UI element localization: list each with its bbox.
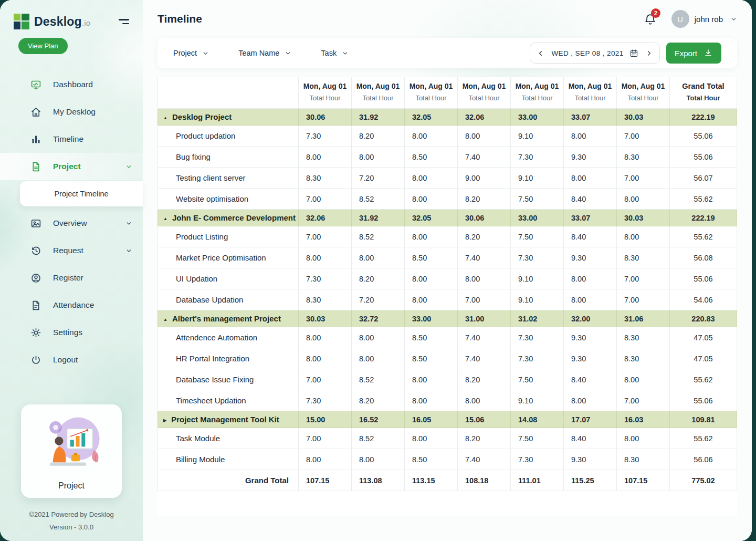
task-hours-cell: 7.30: [511, 327, 564, 348]
overview-icon: [30, 217, 41, 229]
task-hours-cell: 8.30: [617, 247, 670, 268]
day-header-subtitle: Total Hour: [460, 94, 508, 102]
collapse-triangle-icon[interactable]: ▲: [163, 317, 167, 322]
timeline-table-card: Mon, Aug 01Total HourMon, Aug 01Total Ho…: [158, 77, 737, 516]
group-grand-total-cell: 222.19: [670, 109, 737, 126]
task-hours-cell: 8.00: [352, 449, 405, 470]
date-display[interactable]: WED , SEP 08 , 2021: [551, 49, 623, 57]
timeline-table-body: ▲Desklog Project30.0631.9232.0532.0633.0…: [158, 109, 737, 470]
group-day-total-cell: 30.03: [299, 310, 352, 327]
group-day-total-cell: 32.06: [299, 210, 352, 226]
day-header-date: Mon, Aug 01: [301, 82, 349, 90]
filter-label: Project: [173, 49, 197, 57]
task-hours-cell: 8.00: [405, 168, 458, 189]
filter-right-group: WED , SEP 08 , 2021 Export: [530, 43, 721, 64]
group-day-total-cell: 16.05: [405, 411, 458, 428]
sidebar-item-request[interactable]: Request: [0, 237, 143, 264]
group-day-total-cell: 31.02: [511, 310, 564, 327]
expand-triangle-icon[interactable]: ▶: [163, 418, 166, 423]
day-header-date: Mon, Aug 01: [460, 82, 508, 90]
grand-total-day-cell: 107.15: [617, 470, 670, 491]
task-hours-cell: 8.30: [617, 449, 670, 470]
task-hours-cell: 9.00: [458, 168, 511, 189]
filter-label: Team Name: [238, 49, 279, 57]
sidebar-item-logout[interactable]: Logout: [0, 346, 143, 373]
view-plan-button[interactable]: View Plan: [18, 38, 68, 54]
project-group-row[interactable]: ▲John E- Commerce Development32.0631.923…: [158, 210, 737, 226]
version-text: Version - 3.0.0: [4, 521, 139, 534]
task-grand-total-cell: 55.06: [670, 126, 737, 147]
task-name-cell: Website optimisation: [158, 189, 299, 210]
dashboard-icon: [30, 79, 41, 90]
sidebar-item-attendance[interactable]: Attendance: [0, 292, 143, 319]
sidebar-item-overview[interactable]: Overview: [0, 210, 143, 237]
group-day-total-cell: 33.07: [564, 109, 617, 126]
task-hours-cell: 8.40: [564, 226, 617, 247]
project-group-row[interactable]: ▲Albert's management Project30.0332.7233…: [158, 310, 737, 327]
sidebar-item-my-desklog[interactable]: My Desklog: [0, 98, 143, 126]
project-group-row[interactable]: ▶Project Management Tool Kit15.0016.5216…: [158, 411, 737, 428]
sidebar-item-settings[interactable]: Settings: [0, 319, 143, 346]
task-hours-cell: 8.30: [617, 147, 670, 168]
group-day-total-cell: 31.92: [352, 210, 405, 226]
task-hours-cell: 8.20: [458, 428, 511, 449]
filter-team-name[interactable]: Team Name: [238, 49, 291, 57]
chevron-down-icon: [342, 50, 349, 57]
task-hours-cell: 8.40: [564, 189, 617, 210]
notification-bell-icon[interactable]: 2: [644, 13, 657, 26]
task-hours-cell: 8.52: [352, 226, 405, 247]
task-hours-cell: 7.30: [299, 390, 352, 411]
export-button[interactable]: Export: [666, 43, 721, 64]
task-row: Database Issue Fixing7.008.528.008.207.5…: [158, 369, 737, 390]
task-name-cell: Task Module: [158, 428, 299, 449]
task-name-cell: Product Listing: [158, 226, 299, 247]
task-hours-cell: 8.40: [564, 428, 617, 449]
task-hours-cell: 7.40: [458, 247, 511, 268]
collapse-triangle-icon[interactable]: ▲: [163, 216, 167, 221]
task-grand-total-cell: 55.62: [670, 189, 737, 210]
grand-total-overall-cell: 775.02: [670, 470, 737, 491]
day-header-subtitle: Total Hour: [301, 94, 349, 102]
calendar-icon[interactable]: [629, 49, 638, 58]
filter-project[interactable]: Project: [173, 49, 209, 57]
task-hours-cell: 8.00: [405, 390, 458, 411]
project-illustration-card: Project: [21, 404, 122, 498]
sidebar-item-register[interactable]: Register: [0, 264, 143, 292]
sidebar-item-dashboard[interactable]: Dashboard: [0, 71, 143, 98]
group-day-total-cell: 15.00: [299, 411, 352, 428]
group-day-total-cell: 30.06: [299, 109, 352, 126]
task-name-cell: Database Updation: [158, 289, 299, 310]
sidebar-collapse-icon[interactable]: [117, 17, 131, 26]
day-header-subtitle: Total Hour: [566, 94, 614, 102]
sidebar-item-project[interactable]: Project: [0, 153, 143, 180]
sidebar-footer: ©2021 Powered by Desklog Version - 3.0.0: [0, 502, 143, 541]
task-row: Market Price Optimisation8.008.008.507.4…: [158, 247, 737, 268]
task-name-cell: Bug fixing: [158, 147, 299, 168]
task-grand-total-cell: 54.06: [670, 289, 737, 310]
project-group-name: John E- Commerce Development: [172, 213, 296, 222]
topbar: Timeline 2 U john rob: [158, 0, 737, 38]
collapse-triangle-icon[interactable]: ▲: [163, 116, 167, 120]
task-hours-cell: 9.10: [511, 168, 564, 189]
task-grand-total-cell: 47.05: [670, 348, 737, 369]
chevron-down-icon: [125, 163, 132, 170]
task-hours-cell: 8.30: [299, 168, 352, 189]
promo-card-label: Project: [26, 481, 117, 491]
timeline-icon: [30, 133, 41, 145]
date-prev-icon[interactable]: [536, 48, 545, 58]
task-hours-cell: 7.00: [617, 268, 670, 289]
sidebar-subitem-project-timeline[interactable]: Project Timeline: [20, 181, 143, 206]
project-illustration: [37, 413, 106, 475]
sidebar-item-timeline[interactable]: Timeline: [0, 126, 143, 153]
grand-total-header-title: Grand Total: [672, 82, 734, 90]
grand-total-day-cell: 107.15: [299, 470, 352, 491]
app-window: Desklog.io View Plan DashboardMy Desklog…: [0, 0, 752, 541]
task-grand-total-cell: 55.06: [670, 268, 737, 289]
user-menu[interactable]: U john rob: [671, 10, 737, 28]
date-next-icon[interactable]: [644, 48, 654, 58]
project-group-name: Albert's management Project: [172, 314, 281, 323]
task-row: HR Portal Integration8.008.008.507.407.3…: [158, 348, 737, 369]
task-hours-cell: 8.00: [458, 390, 511, 411]
filter-task[interactable]: Task: [321, 49, 349, 57]
project-group-row[interactable]: ▲Desklog Project30.0631.9232.0532.0633.0…: [158, 109, 737, 126]
